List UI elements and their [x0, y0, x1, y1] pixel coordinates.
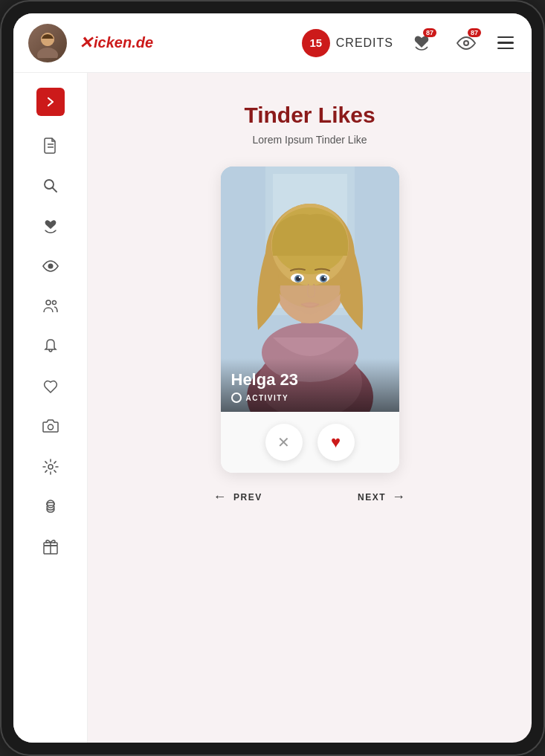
heart-hand-sidebar-icon	[42, 217, 59, 235]
next-arrow-icon: →	[392, 489, 407, 505]
sidebar-item-search[interactable]	[34, 169, 67, 202]
hamburger-line-1	[497, 36, 514, 39]
sidebar-item-coins[interactable]	[34, 491, 67, 523]
eye-sidebar-icon	[42, 257, 59, 275]
search-icon	[42, 177, 59, 195]
svg-point-9	[48, 264, 53, 269]
sidebar-item-profile[interactable]	[34, 129, 67, 162]
sidebar-item-photos[interactable]	[34, 410, 67, 443]
coins-icon	[42, 498, 59, 516]
card-navigation: ← PREV NEXT →	[213, 489, 407, 505]
svg-point-15	[47, 503, 54, 505]
svg-point-12	[48, 424, 53, 430]
svg-line-8	[52, 188, 57, 193]
sidebar-item-notifications[interactable]	[34, 330, 67, 363]
main-content: Tinder Likes Lorem Ipsum Tinder Like	[88, 73, 532, 743]
svg-point-1	[37, 48, 58, 58]
logo: ✕ icken.de	[79, 33, 153, 53]
activity-dot	[231, 392, 242, 403]
svg-point-14	[47, 500, 54, 508]
svg-point-37	[323, 277, 325, 278]
logo-x-icon: ✕	[79, 33, 92, 53]
prev-label: PREV	[233, 492, 262, 503]
credits-count: 15	[309, 36, 322, 49]
dislike-icon: ✕	[277, 433, 290, 451]
credits-label: CREDITS	[336, 36, 393, 50]
page-subtitle: Lorem Ipsum Tinder Like	[252, 134, 367, 146]
prev-arrow-icon: ←	[213, 489, 228, 505]
profile-card-image: Helga 23 ACTIVITY	[221, 167, 399, 412]
body-area: Tinder Likes Lorem Ipsum Tinder Like	[13, 73, 532, 743]
sidebar	[13, 73, 88, 743]
sidebar-toggle-button[interactable]	[36, 88, 65, 116]
heart-icon	[42, 378, 59, 395]
hamburger-line-3	[497, 48, 514, 50]
next-button[interactable]: NEXT →	[358, 489, 407, 505]
sidebar-item-likes[interactable]	[34, 210, 67, 242]
page-title: Tinder Likes	[244, 103, 375, 128]
gift-icon	[42, 538, 59, 556]
like-button[interactable]: ♥	[317, 424, 355, 461]
eye-header-icon	[456, 35, 477, 51]
sidebar-item-settings[interactable]	[34, 450, 67, 483]
activity-label: ACTIVITY	[246, 394, 289, 402]
sidebar-item-gifts[interactable]	[34, 531, 67, 563]
like-heart-icon: ♥	[331, 433, 341, 452]
hamburger-line-2	[497, 42, 514, 44]
svg-point-13	[48, 465, 53, 469]
header: ✕ icken.de 15 CREDITS 87	[13, 13, 532, 73]
credits-area: 15 CREDITS	[302, 29, 393, 57]
tablet-frame: ✕ icken.de 15 CREDITS 87	[0, 0, 545, 756]
camera-icon	[42, 418, 59, 436]
views-badge: 87	[468, 28, 481, 37]
sidebar-item-views[interactable]	[34, 250, 67, 282]
profile-card: Helga 23 ACTIVITY ✕ ♥	[221, 167, 399, 473]
document-icon	[42, 137, 59, 155]
likes-badge: 87	[423, 28, 436, 37]
svg-point-11	[52, 301, 56, 305]
views-button[interactable]: 87	[450, 27, 483, 59]
prev-button[interactable]: ← PREV	[213, 489, 262, 505]
svg-point-10	[46, 300, 51, 305]
profile-card-actions: ✕ ♥	[221, 412, 399, 473]
sidebar-item-favorites[interactable]	[34, 370, 67, 403]
logo-text: icken.de	[94, 34, 153, 51]
svg-point-36	[298, 277, 300, 278]
next-label: NEXT	[358, 492, 386, 503]
profile-name: Helga 23	[231, 370, 389, 390]
svg-point-4	[465, 42, 468, 45]
gear-icon	[42, 458, 59, 476]
tablet-screen: ✕ icken.de 15 CREDITS 87	[13, 13, 532, 743]
people-icon	[42, 297, 59, 315]
dislike-button[interactable]: ✕	[265, 424, 303, 461]
menu-button[interactable]	[494, 33, 517, 53]
profile-overlay: Helga 23 ACTIVITY	[221, 358, 399, 412]
avatar[interactable]	[28, 24, 67, 62]
sidebar-item-match[interactable]	[34, 290, 67, 323]
likes-button[interactable]: 87	[405, 27, 438, 59]
chevron-right-icon	[45, 97, 56, 107]
bell-icon	[42, 337, 59, 355]
credits-badge: 15	[302, 29, 330, 57]
profile-activity: ACTIVITY	[231, 392, 389, 403]
